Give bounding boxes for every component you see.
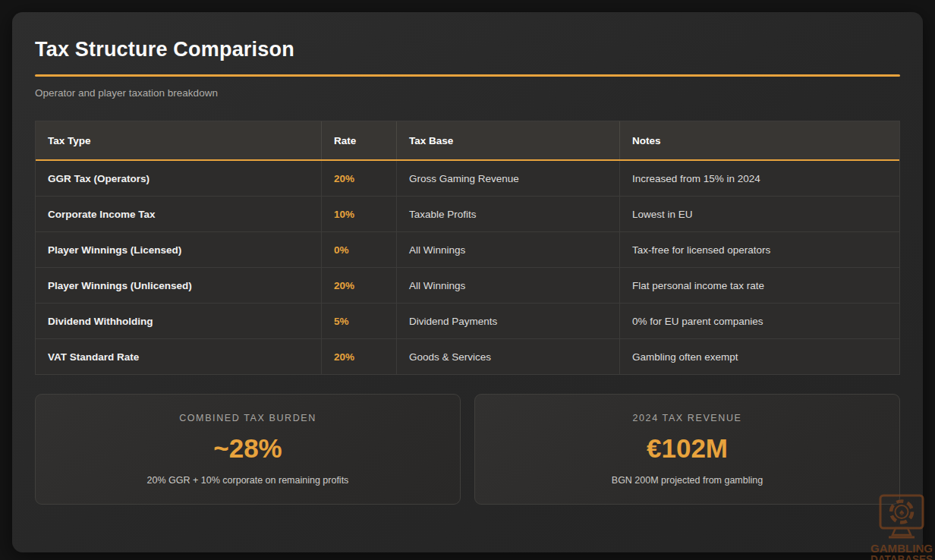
stat-label: 2024 TAX REVENUE [633,413,742,423]
tax-base-cell: All Winnings [397,268,620,303]
accent-divider [35,74,900,77]
notes-cell: 0% for EU parent companies [620,304,899,338]
tax-comparison-table: Tax Type Rate Tax Base Notes GGR Tax (Op… [35,121,900,375]
tax-base-cell: All Winnings [397,232,620,267]
page-subtitle: Operator and player taxation breakdown [35,87,900,99]
rate-cell: 20% [322,339,397,374]
report-card: Tax Structure Comparison Operator and pl… [12,12,923,552]
tax-type-cell: Player Winnings (Licensed) [36,232,322,267]
column-header-tax-type: Tax Type [36,121,322,159]
tax-base-cell: Goods & Services [397,339,620,374]
table-row: Corporate Income Tax 10% Taxable Profits… [36,197,899,232]
stat-card-combined-tax-burden: COMBINED TAX BURDEN ~28% 20% GGR + 10% c… [35,394,461,505]
rate-cell: 10% [322,197,397,231]
notes-cell: Tax-free for licensed operators [620,232,899,267]
stat-card-2024-tax-revenue: 2024 TAX REVENUE €102M BGN 200M projecte… [474,394,900,505]
watermark-line2: DATABASES [870,552,933,560]
rate-cell: 20% [322,161,397,196]
table-row: Player Winnings (Licensed) 0% All Winnin… [36,232,899,268]
stat-label: COMBINED TAX BURDEN [179,413,316,423]
tax-type-cell: VAT Standard Rate [36,339,322,374]
column-header-rate: Rate [322,121,397,159]
table-header-row: Tax Type Rate Tax Base Notes [36,121,899,161]
notes-cell: Increased from 15% in 2024 [620,161,899,196]
column-header-tax-base: Tax Base [397,121,620,159]
table-row: VAT Standard Rate 20% Goods & Services G… [36,339,899,374]
page-title: Tax Structure Comparison [35,38,900,61]
notes-cell: Flat personal income tax rate [620,268,899,303]
stat-description: 20% GGR + 10% corporate on remaining pro… [147,475,349,486]
tax-type-cell: GGR Tax (Operators) [36,161,322,196]
table-row: Dividend Withholding 5% Dividend Payment… [36,304,899,339]
summary-stats: COMBINED TAX BURDEN ~28% 20% GGR + 10% c… [35,394,900,505]
rate-cell: 0% [322,232,397,267]
tax-type-cell: Dividend Withholding [36,304,322,338]
notes-cell: Gambling often exempt [620,339,899,374]
tax-base-cell: Taxable Profits [397,197,620,231]
tax-type-cell: Corporate Income Tax [36,197,322,231]
stat-value: €102M [647,433,728,464]
tax-base-cell: Gross Gaming Revenue [397,161,620,196]
rate-cell: 20% [322,268,397,303]
tax-type-cell: Player Winnings (Unlicensed) [36,268,322,303]
notes-cell: Lowest in EU [620,197,899,231]
stat-description: BGN 200M projected from gambling [612,475,763,486]
stat-value: ~28% [213,433,282,464]
rate-cell: 5% [322,304,397,338]
tax-base-cell: Dividend Payments [397,304,620,338]
table-row: Player Winnings (Unlicensed) 20% All Win… [36,268,899,304]
table-row: GGR Tax (Operators) 20% Gross Gaming Rev… [36,161,899,197]
column-header-notes: Notes [620,121,899,159]
